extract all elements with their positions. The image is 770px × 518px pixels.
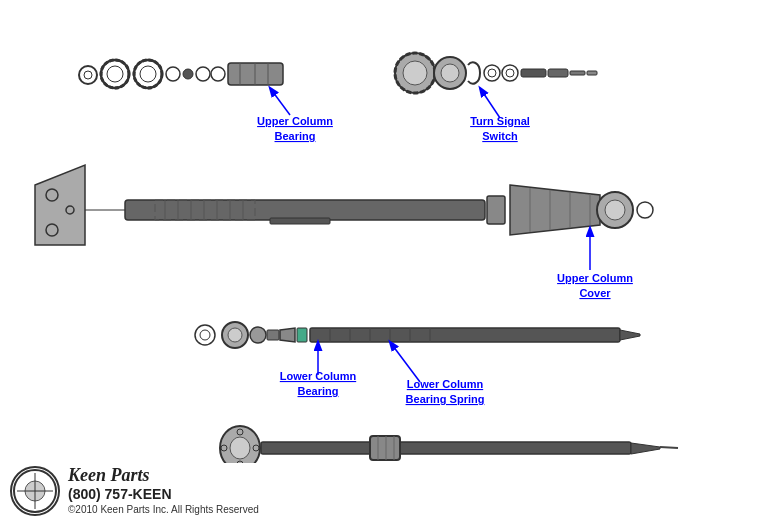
svg-point-23 [488, 69, 496, 77]
svg-point-6 [140, 66, 156, 82]
upper-bearing-parts-left [79, 60, 283, 88]
svg-point-0 [79, 66, 97, 84]
exploded-diagram-svg: Upper Column Bearing Turn Signal Switch … [0, 0, 770, 518]
logo-circle [10, 466, 60, 516]
svg-rect-80 [370, 436, 400, 460]
lower-column-bearing-spring-label: Lower Column [407, 378, 484, 390]
svg-point-59 [228, 328, 242, 342]
svg-point-54 [637, 202, 653, 218]
svg-rect-27 [548, 69, 568, 77]
svg-rect-28 [570, 71, 585, 75]
svg-point-1 [84, 71, 92, 79]
svg-line-30 [480, 88, 500, 118]
footer: Keen Parts (800) 757-KEEN ©2010 Keen Par… [0, 463, 770, 518]
upper-column-cover-label: Upper Column [557, 272, 633, 284]
svg-rect-63 [310, 328, 620, 342]
upper-column-assembly [35, 165, 653, 270]
lower-column-bearing-label-2: Bearing [298, 385, 339, 397]
logo-text-area: Keen Parts (800) 757-KEEN ©2010 Keen Par… [68, 466, 259, 515]
diagram-container: Upper Column Bearing Turn Signal Switch … [0, 0, 770, 518]
phone-number: (800) 757-KEEN [68, 486, 259, 502]
lower-column-parts [195, 322, 640, 348]
svg-point-9 [183, 69, 193, 79]
svg-marker-84 [631, 443, 660, 454]
svg-rect-61 [267, 330, 279, 340]
lower-column-bearing-spring-label-2: Bearing Spring [406, 393, 485, 405]
svg-rect-26 [521, 69, 546, 77]
svg-point-11 [211, 67, 225, 81]
svg-point-10 [196, 67, 210, 81]
turn-signal-parts [395, 53, 597, 93]
svg-rect-46 [487, 196, 505, 224]
svg-marker-47 [510, 185, 600, 235]
svg-point-56 [195, 325, 215, 345]
turn-signal-switch-label-2: Switch [482, 130, 518, 142]
svg-rect-79 [261, 442, 631, 454]
upper-column-cover-label-2: Cover [579, 287, 611, 299]
svg-point-53 [605, 200, 625, 220]
svg-point-25 [506, 69, 514, 77]
svg-line-16 [270, 88, 290, 115]
svg-marker-31 [35, 165, 85, 245]
svg-line-85 [660, 447, 678, 448]
svg-rect-62 [297, 328, 307, 342]
turn-signal-switch-label: Turn Signal [470, 115, 530, 127]
svg-point-21 [441, 64, 459, 82]
lower-column-bearing-label: Lower Column [280, 370, 357, 382]
svg-rect-45 [270, 218, 330, 224]
svg-point-24 [502, 65, 518, 81]
upper-column-bearing-label-2: Bearing [275, 130, 316, 142]
upper-column-bearing-label: Upper Column [257, 115, 333, 127]
svg-marker-70 [620, 330, 640, 340]
svg-line-72 [390, 342, 420, 382]
copyright-text: ©2010 Keen Parts Inc. All Rights Reserve… [68, 504, 259, 515]
svg-rect-36 [125, 200, 485, 220]
svg-point-18 [403, 61, 427, 85]
svg-point-3 [107, 66, 123, 82]
svg-point-22 [484, 65, 500, 81]
svg-rect-29 [587, 71, 597, 75]
svg-point-8 [166, 67, 180, 81]
logo-area: Keen Parts (800) 757-KEEN ©2010 Keen Par… [10, 466, 259, 516]
svg-point-57 [200, 330, 210, 340]
svg-point-60 [250, 327, 266, 343]
svg-point-74 [230, 437, 250, 459]
company-name: Keen Parts [68, 466, 259, 486]
